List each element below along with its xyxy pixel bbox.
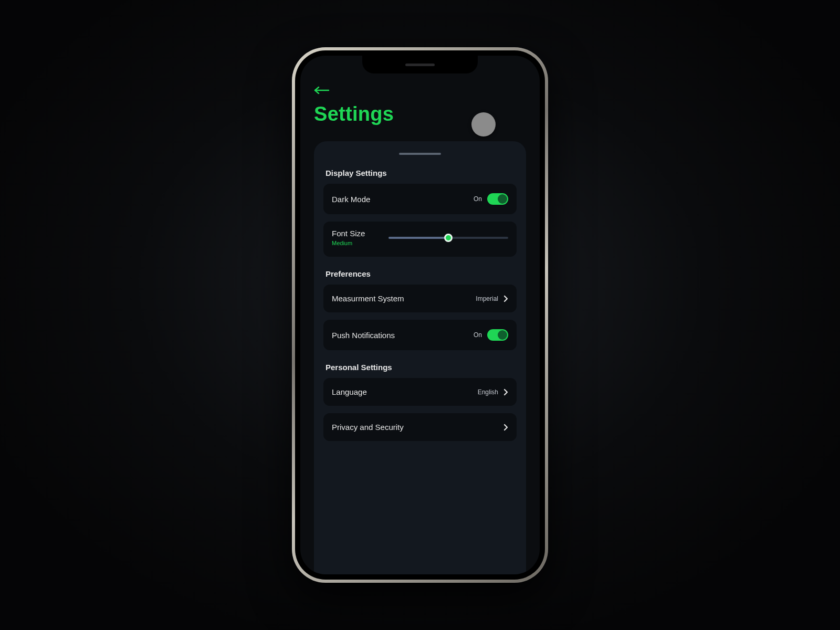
font-size-label: Font Size — [332, 229, 379, 238]
section-personal-title: Personal Settings — [326, 363, 514, 372]
section-preferences-title: Preferences — [326, 269, 514, 278]
language-label: Language — [332, 387, 367, 396]
back-button[interactable] — [314, 85, 332, 96]
chevron-right-icon — [503, 295, 508, 302]
slider-thumb[interactable] — [444, 234, 453, 242]
arrow-left-icon — [314, 87, 330, 94]
push-label: Push Notifications — [332, 331, 395, 340]
notch — [362, 56, 478, 74]
measurement-label: Measurment System — [332, 294, 404, 303]
font-size-value: Medium — [332, 240, 379, 246]
row-font-size[interactable]: Font Size Medium — [323, 222, 517, 257]
font-size-slider[interactable] — [388, 237, 508, 239]
chevron-right-icon — [503, 424, 508, 431]
app-root: Settings Display Settings Dark Mode On — [300, 56, 540, 574]
push-toggle[interactable] — [487, 329, 508, 341]
phone-bezel: Settings Display Settings Dark Mode On — [295, 50, 545, 580]
avatar[interactable] — [471, 112, 496, 136]
dark-mode-state: On — [474, 195, 482, 203]
row-privacy-security[interactable]: Privacy and Security — [323, 413, 517, 441]
dark-mode-label: Dark Mode — [332, 195, 370, 204]
row-language[interactable]: Language English — [323, 378, 517, 406]
sheet-grabber[interactable] — [399, 153, 441, 155]
screen: Settings Display Settings Dark Mode On — [300, 56, 540, 574]
row-push-notifications[interactable]: Push Notifications On — [323, 320, 517, 350]
dark-mode-toggle[interactable] — [487, 193, 508, 205]
section-display-title: Display Settings — [326, 169, 514, 177]
chevron-right-icon — [503, 388, 508, 396]
row-measurement[interactable]: Measurment System Imperial — [323, 285, 517, 312]
speaker-grill — [405, 64, 435, 66]
measurement-value: Imperial — [476, 295, 498, 302]
toggle-knob — [498, 330, 507, 340]
toggle-knob — [498, 194, 507, 204]
privacy-label: Privacy and Security — [332, 423, 404, 432]
phone-frame: Settings Display Settings Dark Mode On — [292, 47, 548, 583]
language-value: English — [478, 388, 498, 396]
push-state: On — [474, 331, 482, 339]
settings-sheet: Display Settings Dark Mode On — [314, 141, 526, 574]
row-dark-mode[interactable]: Dark Mode On — [323, 184, 517, 214]
